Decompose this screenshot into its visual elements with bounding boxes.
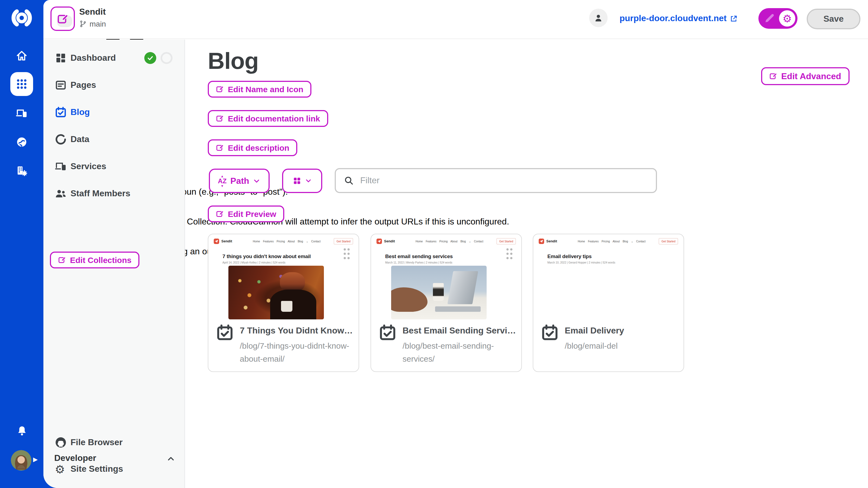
blog-file-card[interactable]: Sendit Home Features Pricing About Blog …: [533, 234, 684, 372]
card-preview-header: Sendit Home Features Pricing About Blog …: [214, 238, 353, 246]
gear-mode-selected[interactable]: ⚙: [779, 10, 795, 27]
button-label: Edit Name and Icon: [228, 85, 303, 94]
pages-icon: [55, 79, 67, 91]
content-panel: Sendit main purple-door.cloudvent.net ⚙ …: [43, 0, 868, 488]
drag-handle-icon[interactable]: [342, 247, 351, 260]
calendar-check-icon: [216, 324, 234, 341]
sidebar-item-label: Data: [70, 134, 89, 144]
devices-icon: [55, 161, 67, 172]
preview-nav: Home Features Pricing About Blog ⌄ Conta…: [415, 240, 484, 243]
pencil-icon: [763, 12, 775, 24]
sidebar-item-dashboard[interactable]: Dashboard: [43, 47, 184, 69]
preview-meta: March 10, 2022 | Gerard Hopper | 2 minut…: [547, 261, 615, 264]
preview-brand: Sendit: [221, 239, 232, 243]
organization-settings-icon[interactable]: [16, 165, 28, 177]
preview-nav: Home Features Pricing About Blog ⌄ Conta…: [253, 240, 321, 243]
github-icon: [55, 436, 67, 448]
sidebar-item-label: Services: [70, 162, 106, 171]
check-icon: [147, 55, 154, 61]
preview-meta: March 11, 2022 | Wendy Parkes | 2 minute…: [385, 261, 453, 264]
blog-file-card[interactable]: Sendit Home Features Pricing About Blog …: [371, 234, 522, 372]
edit-description-button[interactable]: Edit description: [208, 139, 298, 156]
cloudcannon-logo-icon: [9, 7, 34, 29]
external-link-icon: [730, 14, 738, 23]
data-refresh-icon: [55, 133, 67, 145]
drag-handle-icon[interactable]: [505, 247, 514, 260]
preview-cta: Get Started: [659, 238, 678, 245]
preview-photo: [228, 266, 324, 319]
edit-advanced-button[interactable]: Edit Advanced: [761, 67, 849, 85]
sidebar-item-staff-members[interactable]: Staff Members: [43, 183, 184, 204]
filter-box: [335, 168, 657, 193]
build-status-idle-toggle[interactable]: [161, 52, 173, 64]
search-icon: [344, 176, 354, 186]
domain-text: purple-door.cloudvent.net: [620, 13, 727, 23]
file-path: /blog/best-email-sending-services/: [403, 339, 515, 365]
gear-icon: ⚙: [782, 13, 792, 24]
sidebar-item-services[interactable]: Services: [43, 156, 184, 177]
people-icon: [55, 188, 67, 199]
preview-heading: Email delivery tips: [547, 253, 592, 259]
save-button[interactable]: Save: [807, 9, 860, 29]
calendar-check-icon: [379, 324, 397, 341]
preview-brand: Sendit: [546, 239, 557, 243]
grid-9-icon: [15, 77, 28, 91]
button-label: Edit documentation link: [228, 114, 320, 123]
site-domain-link[interactable]: purple-door.cloudvent.net: [620, 13, 738, 23]
preview-meta: April 14, 2022 | Miyah Kelley | 2 minute…: [222, 261, 285, 264]
file-title: 7 Things You Didnt Know…: [240, 326, 353, 336]
preview-heading: Best email sending services: [385, 253, 453, 259]
calendar-check-icon: [55, 106, 67, 118]
sidebar-item-label: Blog: [70, 107, 90, 117]
chevron-down-icon: [253, 177, 261, 185]
calendar-check-icon: [541, 324, 559, 341]
blog-file-card[interactable]: Sendit Home Features Pricing About Blog …: [208, 234, 359, 372]
preview-brand: Sendit: [384, 239, 395, 243]
build-status-success-toggle[interactable]: [144, 52, 156, 64]
pencil-square-icon: [216, 144, 224, 152]
globe-icon[interactable]: [16, 136, 28, 148]
git-branch-icon: [79, 20, 87, 28]
sort-label: Path: [230, 176, 249, 186]
devices-icon[interactable]: [16, 107, 28, 119]
edit-site-icon-button[interactable]: [51, 6, 75, 31]
preview-photo: [391, 266, 487, 319]
pencil-square-icon: [216, 115, 224, 123]
sidebar-item-file-browser[interactable]: File Browser: [43, 432, 184, 453]
edit-preview-button[interactable]: Edit Preview: [208, 205, 284, 222]
filter-input[interactable]: [360, 176, 648, 186]
collections-tab-selected[interactable]: [10, 72, 33, 96]
preview-cta: Get Started: [334, 238, 353, 245]
gear-icon: ⚙: [55, 463, 65, 475]
button-label: Edit Preview: [228, 209, 276, 219]
user-avatar[interactable]: [11, 450, 31, 470]
sidebar-item-data[interactable]: Data: [43, 129, 184, 150]
account-button[interactable]: [589, 9, 608, 27]
edit-documentation-link-button[interactable]: Edit documentation link: [208, 110, 328, 127]
notifications-bell-icon[interactable]: [16, 425, 28, 436]
dashboard-icon: [55, 52, 67, 64]
sidebar-item-site-settings[interactable]: ⚙ Site Settings: [43, 458, 184, 480]
branch-row[interactable]: main: [79, 20, 106, 28]
edit-collections-label: Edit Collections: [70, 255, 131, 265]
avatar-expand-chevron-icon[interactable]: ▶: [33, 456, 38, 463]
branch-name: main: [90, 20, 106, 28]
edit-name-icon-button[interactable]: Edit Name and Icon: [208, 81, 311, 98]
sort-az-icon: ▲AZ▼: [218, 174, 226, 187]
sidebar-item-blog[interactable]: Blog: [43, 101, 184, 123]
editor-mode-toggle[interactable]: ⚙: [758, 8, 798, 29]
home-icon[interactable]: [16, 50, 28, 62]
edit-collections-button[interactable]: Edit Collections: [50, 252, 140, 268]
pencil-square-icon: [216, 85, 224, 93]
sidebar-item-pages[interactable]: Pages: [43, 74, 184, 96]
site-name: Sendit: [79, 7, 106, 17]
sort-by-path-button[interactable]: ▲AZ▼ Path: [209, 169, 270, 193]
view-mode-button[interactable]: [282, 169, 322, 193]
preview-heading: 7 things you didn't know about email: [222, 253, 311, 259]
app-rail: ▶: [0, 0, 43, 488]
sidebar-item-label: File Browser: [70, 437, 123, 447]
pencil-square-icon: [216, 210, 224, 218]
person-icon: [593, 13, 603, 23]
card-preview-header: Sendit Home Features Pricing About Blog …: [539, 238, 678, 246]
app-root: ▶ Sendit main purple-door.cloudvent.net: [0, 0, 868, 488]
